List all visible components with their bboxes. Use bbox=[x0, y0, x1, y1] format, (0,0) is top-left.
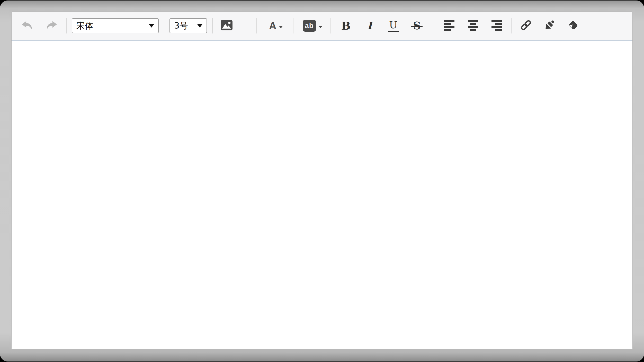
font-color-button[interactable]: A bbox=[267, 18, 285, 34]
bold-button[interactable]: B bbox=[338, 18, 354, 34]
italic-button[interactable]: I bbox=[361, 18, 378, 34]
strikethrough-button[interactable]: S bbox=[409, 18, 425, 34]
font-family-value: 宋体 bbox=[76, 20, 93, 32]
format-brush-button[interactable] bbox=[541, 18, 558, 34]
clear-format-button[interactable] bbox=[565, 18, 582, 34]
toolbar-separator bbox=[212, 18, 213, 33]
caret-down-icon bbox=[318, 26, 323, 28]
toolbar-separator bbox=[256, 18, 257, 33]
caret-down-icon bbox=[197, 24, 202, 28]
font-size-value: 3号 bbox=[174, 20, 188, 32]
font-color-label: A bbox=[269, 21, 276, 31]
strikethrough-icon: S bbox=[413, 21, 421, 31]
align-center-icon bbox=[467, 19, 479, 32]
align-right-icon bbox=[491, 19, 502, 32]
rich-text-editor: 宋体 3号 bbox=[11, 11, 633, 349]
undo-button[interactable] bbox=[19, 18, 35, 34]
caret-down-icon bbox=[149, 24, 154, 28]
undo-icon bbox=[21, 20, 33, 32]
bold-label: B bbox=[341, 20, 351, 31]
italic-label: I bbox=[367, 21, 372, 31]
align-left-icon bbox=[444, 19, 455, 32]
editor-toolbar: 宋体 3号 bbox=[12, 12, 632, 41]
redo-button[interactable] bbox=[43, 18, 60, 34]
underline-label: U bbox=[389, 19, 397, 31]
toolbar-separator bbox=[511, 18, 512, 33]
brush-icon bbox=[543, 19, 556, 32]
link-icon bbox=[520, 19, 532, 32]
align-center-button[interactable] bbox=[465, 18, 481, 34]
highlight-label: ab bbox=[303, 20, 316, 32]
eraser-icon bbox=[567, 19, 579, 32]
editor-content-area[interactable] bbox=[12, 41, 632, 349]
toolbar-separator bbox=[433, 18, 433, 33]
align-right-button[interactable] bbox=[488, 18, 505, 34]
highlight-color-button[interactable]: ab bbox=[301, 18, 324, 34]
insert-link-button[interactable] bbox=[518, 18, 534, 34]
toolbar-separator bbox=[66, 18, 67, 33]
font-size-select[interactable]: 3号 bbox=[169, 18, 207, 33]
redo-icon bbox=[46, 20, 58, 32]
insert-image-button[interactable] bbox=[218, 18, 235, 34]
underline-button[interactable]: U bbox=[385, 18, 401, 34]
align-left-button[interactable] bbox=[441, 18, 458, 34]
toolbar-separator bbox=[164, 18, 164, 33]
font-family-select[interactable]: 宋体 bbox=[72, 18, 159, 33]
image-icon bbox=[220, 20, 233, 32]
toolbar-separator bbox=[330, 18, 331, 33]
strikethrough-label: S bbox=[413, 20, 421, 32]
underline-icon: U bbox=[388, 20, 399, 32]
editor-outer-frame: 宋体 3号 bbox=[0, 1, 644, 361]
caret-down-icon bbox=[279, 26, 283, 28]
toolbar-separator bbox=[293, 18, 293, 33]
